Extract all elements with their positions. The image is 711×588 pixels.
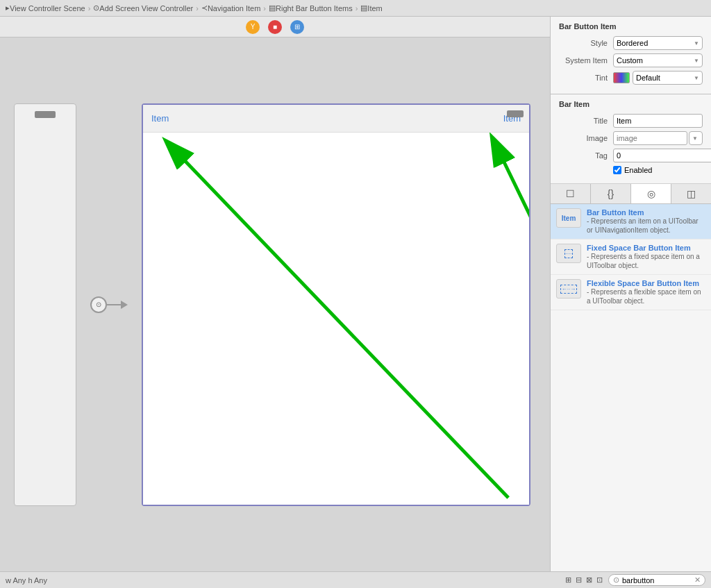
status-icon-4[interactable]: ⊡ [596, 576, 603, 585]
tint-select[interactable]: Default ▼ [633, 71, 703, 85]
toolbar-icon-yellow[interactable]: Y [246, 20, 260, 34]
connector-circle: ⊙ [90, 296, 107, 313]
image-input[interactable] [613, 131, 687, 145]
tint-row: Tint Default ▼ [559, 71, 703, 85]
system-item-select[interactable]: Custom ▼ [613, 53, 703, 67]
image-control[interactable]: ▼ [613, 131, 703, 145]
status-right: ⊞ ⊟ ⊠ ⊡ ⊙ ✕ [565, 574, 705, 586]
library-tabs: ☐ {} ◎ ◫ [551, 184, 711, 204]
title-input[interactable] [613, 114, 703, 128]
breadcrumb-item-1[interactable]: View Controller Scene [10, 4, 85, 12]
tag-row: Tag ▲ ▼ [559, 149, 703, 162]
breadcrumb-sep-2: › [196, 4, 199, 12]
image-label: Image [559, 134, 608, 142]
canvas-area: Y ■ ⊞ ⊙ Item [0, 17, 550, 571]
library-item-bar-button-text: Bar Button Item - Represents an item on … [587, 208, 705, 235]
green-arrows-overlay [143, 133, 529, 505]
status-icon-2[interactable]: ⊟ [576, 576, 582, 585]
breadcrumb-item-4[interactable]: Right Bar Button Items [276, 4, 353, 12]
library-item-flexible-space-icon: ←··→ [556, 279, 581, 299]
tint-control[interactable]: Default ▼ [613, 71, 703, 85]
style-arrow: ▼ [694, 40, 699, 47]
image-arrow: ▼ [692, 135, 698, 142]
library-items: Item Bar Button Item - Represents an ite… [551, 204, 711, 571]
enabled-label: Enabled [624, 166, 652, 174]
small-scene-panel [14, 103, 76, 506]
breadcrumb-sep-1: › [88, 4, 91, 12]
status-bar: w Any h Any ⊞ ⊟ ⊠ ⊡ ⊙ ✕ [0, 571, 711, 588]
library-item-fixed-space-desc: - Represents a fixed space item on a UIT… [587, 252, 705, 270]
style-row: Style Bordered ▼ [559, 36, 703, 50]
enabled-control[interactable]: Enabled [613, 166, 703, 174]
library-tab-object[interactable]: ◎ [631, 184, 671, 203]
tag-label: Tag [559, 151, 608, 160]
title-label: Title [559, 117, 608, 125]
library-item-flexible-space[interactable]: ←··→ Flexible Space Bar Button Item - Re… [551, 275, 711, 310]
library-item-fixed-space-icon: ···· [556, 244, 581, 263]
breadcrumb-item-2[interactable]: Add Screen View Controller [99, 4, 193, 12]
bar-item-inspector: Bar Item Title Image ▼ Tag [551, 94, 711, 184]
library-tab-media[interactable]: ◫ [671, 184, 711, 203]
library-item-flexible-space-desc: - Represents a flexible space item on a … [587, 287, 705, 305]
library-item-flexible-space-title: Flexible Space Bar Button Item [587, 279, 705, 287]
bar-button-item-header: Bar Button Item [559, 22, 703, 31]
status-icons: ⊞ ⊟ ⊠ ⊡ [565, 576, 603, 585]
breadcrumb-item-5[interactable]: Item [367, 4, 382, 12]
library-tab-code[interactable]: {} [591, 184, 631, 203]
svg-line-3 [501, 156, 529, 497]
search-bar[interactable]: ⊙ ✕ [608, 574, 705, 586]
style-control[interactable]: Bordered ▼ [613, 36, 703, 50]
tint-swatch[interactable] [613, 72, 630, 83]
library-item-fixed-space[interactable]: ···· Fixed Space Bar Button Item - Repre… [551, 240, 711, 275]
search-input[interactable] [622, 576, 692, 585]
enabled-row: Enabled [559, 166, 703, 174]
breadcrumb-icon-3: ≺ [201, 3, 208, 12]
connector-arrowhead [121, 301, 128, 309]
breadcrumb-sep-3: › [263, 4, 266, 12]
breadcrumb-icon-2: ⊙ [93, 3, 99, 12]
title-row: Title [559, 114, 703, 128]
connector-line [107, 304, 121, 305]
system-item-label: System Item [559, 56, 608, 65]
status-icon-3[interactable]: ⊠ [586, 576, 592, 585]
status-left: w Any h Any [6, 576, 47, 585]
status-icon-1[interactable]: ⊞ [565, 576, 571, 585]
main-scene-panel[interactable]: Item Item [142, 103, 530, 506]
search-clear-icon[interactable]: ✕ [694, 576, 701, 585]
system-item-control[interactable]: Custom ▼ [613, 53, 703, 67]
library-item-bar-button[interactable]: Item Bar Button Item - Represents an ite… [551, 204, 711, 240]
breadcrumb-sep-4: › [356, 4, 358, 12]
breadcrumb-item-3[interactable]: Navigation Item [208, 4, 260, 12]
scene-body [143, 133, 529, 505]
system-item-row: System Item Custom ▼ [559, 53, 703, 67]
toolbar-icon-blue[interactable]: ⊞ [290, 20, 304, 34]
scenes-container: ⊙ Item Item [0, 37, 550, 571]
library-item-flexible-space-text: Flexible Space Bar Button Item - Represe… [587, 279, 705, 305]
image-select[interactable]: ▼ [689, 131, 703, 145]
nav-item-left[interactable]: Item [151, 113, 169, 124]
library-item-bar-button-title: Bar Button Item [587, 208, 705, 217]
library-tab-file[interactable]: ☐ [551, 184, 591, 203]
image-row: Image ▼ [559, 131, 703, 145]
right-panel: Bar Button Item Style Bordered ▼ System … [550, 17, 711, 571]
breadcrumb-icon-4: ▤ [269, 3, 276, 12]
search-icon: ⊙ [613, 576, 619, 585]
style-label: Style [559, 39, 608, 47]
enabled-checkbox[interactable] [613, 166, 621, 174]
breadcrumb-icon-5: ▤ [360, 3, 367, 12]
toolbar-icon-red[interactable]: ■ [268, 20, 282, 34]
style-select[interactable]: Bordered ▼ [613, 36, 703, 50]
bar-item-header: Bar Item [559, 100, 703, 108]
connector-arrow: ⊙ [90, 296, 128, 313]
tag-input[interactable] [613, 149, 711, 162]
tint-label: Tint [559, 74, 608, 82]
system-item-value: Custom [617, 56, 643, 65]
library-item-bar-button-icon: Item [556, 208, 581, 228]
bar-button-item-inspector: Bar Button Item Style Bordered ▼ System … [551, 17, 711, 94]
title-control[interactable] [613, 114, 703, 128]
system-item-arrow: ▼ [694, 58, 699, 64]
library-item-fixed-space-title: Fixed Space Bar Button Item [587, 244, 705, 252]
tint-value: Default [636, 74, 660, 82]
tag-control[interactable]: ▲ ▼ [613, 149, 711, 162]
nav-battery [507, 110, 524, 117]
